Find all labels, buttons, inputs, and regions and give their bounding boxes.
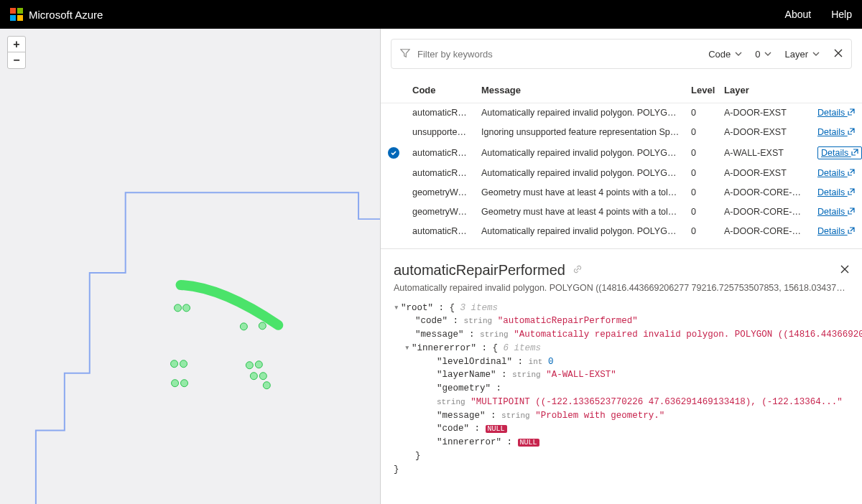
details-link[interactable]: Details: [817, 187, 855, 197]
table-row[interactable]: automaticRepair...Automatically repaired…: [381, 164, 862, 183]
svg-point-7: [259, 322, 266, 330]
about-link[interactable]: About: [785, 9, 812, 20]
cell-message: Ignoring unsupported feature representat…: [476, 123, 685, 142]
cell-code: automaticRepair...: [407, 103, 476, 123]
cell-layer: A-DOOR-EXST: [718, 123, 812, 142]
top-bar: Microsoft Azure About Help: [0, 0, 862, 29]
map-pane[interactable]: + −: [0, 29, 381, 504]
details-link[interactable]: Details: [817, 226, 855, 236]
cell-level: 0: [685, 142, 718, 164]
detail-subtitle: Automatically repaired invalid polygon. …: [394, 283, 849, 293]
svg-point-16: [263, 382, 270, 389]
cell-level: 0: [685, 183, 718, 202]
svg-rect-3: [17, 15, 23, 21]
svg-point-11: [255, 361, 262, 368]
cell-message: Automatically repaired invalid polygon. …: [476, 103, 685, 123]
svg-point-10: [246, 362, 253, 369]
side-pane: Code 0 Layer Code: [381, 29, 862, 504]
cell-code: automaticRepair...: [407, 222, 476, 241]
table-row[interactable]: unsupportedFeat...Ignoring unsupported f…: [381, 123, 862, 142]
cell-code: unsupportedFeat...: [407, 123, 476, 142]
svg-point-4: [175, 304, 182, 312]
issues-table: Code Message Level Layer automaticRepair…: [381, 78, 862, 241]
map-canvas[interactable]: [0, 29, 380, 504]
chevron-down-icon: [812, 50, 820, 57]
workspace: + − Code: [0, 29, 862, 504]
cell-layer: A-DOOR-CORE-EXST: [718, 202, 812, 222]
table-row[interactable]: automaticRepair...Automatically repaired…: [381, 222, 862, 241]
detail-panel: automaticRepairPerformed Automatically r…: [381, 248, 862, 505]
svg-point-13: [181, 380, 188, 387]
cell-code: automaticRepair...: [407, 164, 476, 183]
repair-points: [171, 304, 271, 389]
filter-level-label: 0: [755, 49, 760, 60]
details-link[interactable]: Details: [817, 168, 855, 178]
filter-icon: [400, 48, 410, 60]
copy-link-icon[interactable]: [573, 264, 583, 276]
svg-rect-1: [17, 8, 23, 14]
selected-indicator-icon: [388, 147, 399, 159]
svg-point-12: [172, 380, 179, 387]
details-link[interactable]: Details: [817, 146, 862, 159]
col-code[interactable]: Code: [407, 78, 476, 103]
brand: Microsoft Azure: [10, 8, 103, 21]
col-layer[interactable]: Layer: [718, 78, 812, 103]
filter-layer-dropdown[interactable]: Layer: [782, 49, 822, 60]
table-row[interactable]: automaticRepair...Automatically repaired…: [381, 103, 862, 123]
cell-layer: A-DOOR-CORE-EXST: [718, 222, 812, 241]
cell-code: automaticRepair...: [407, 142, 476, 164]
svg-point-15: [259, 373, 267, 380]
svg-point-6: [240, 323, 247, 330]
filter-input[interactable]: [417, 49, 698, 60]
cell-level: 0: [685, 164, 718, 183]
col-message[interactable]: Message: [476, 78, 685, 103]
details-link[interactable]: Details: [817, 108, 855, 118]
svg-point-5: [183, 304, 190, 312]
cell-message: Automatically repaired invalid polygon. …: [476, 164, 685, 183]
repair-arc: [181, 285, 279, 325]
table-row[interactable]: geometryWarningGeometry must have at lea…: [381, 202, 862, 222]
detail-title: automaticRepairPerformed: [394, 262, 565, 279]
json-tree[interactable]: ▾"root" : { 3 items "code" : string "aut…: [394, 302, 849, 477]
details-link[interactable]: Details: [817, 127, 855, 137]
filter-code-label: Code: [708, 49, 731, 60]
filter-level-dropdown[interactable]: 0: [752, 49, 774, 60]
svg-point-14: [250, 373, 257, 380]
cell-message: Automatically repaired invalid polygon. …: [476, 222, 685, 241]
cell-level: 0: [685, 123, 718, 142]
filter-layer-label: Layer: [784, 49, 808, 60]
filter-code-dropdown[interactable]: Code: [705, 49, 745, 60]
cell-message: Geometry must have at least 4 points wit…: [476, 183, 685, 202]
cell-code: geometryWarning: [407, 202, 476, 222]
col-level[interactable]: Level: [685, 78, 718, 103]
cell-code: geometryWarning: [407, 183, 476, 202]
cell-layer: A-DOOR-CORE-EXST: [718, 183, 812, 202]
cell-level: 0: [685, 103, 718, 123]
svg-point-8: [171, 360, 178, 368]
chevron-down-icon: [735, 50, 742, 57]
svg-point-9: [180, 360, 187, 368]
brand-text: Microsoft Azure: [29, 9, 103, 21]
table-row[interactable]: automaticRepair...Automatically repaired…: [381, 142, 862, 164]
help-link[interactable]: Help: [831, 9, 852, 20]
cell-layer: A-DOOR-EXST: [718, 103, 812, 123]
cell-layer: A-WALL-EXST: [718, 142, 812, 164]
chevron-down-icon: [764, 50, 771, 57]
cell-layer: A-DOOR-EXST: [718, 164, 812, 183]
svg-rect-0: [10, 8, 16, 14]
polygon-outline: [36, 192, 380, 504]
zoom-out-button[interactable]: −: [8, 52, 25, 68]
zoom-control: + −: [7, 36, 26, 69]
detail-close-button[interactable]: [836, 265, 849, 276]
azure-logo-icon: [10, 8, 23, 21]
filter-bar: Code 0 Layer: [391, 39, 852, 69]
zoom-in-button[interactable]: +: [8, 37, 25, 52]
cell-level: 0: [685, 222, 718, 241]
details-link[interactable]: Details: [817, 207, 855, 217]
table-row[interactable]: geometryWarningGeometry must have at lea…: [381, 183, 862, 202]
filter-close-button[interactable]: [830, 49, 843, 60]
cell-message: Automatically repaired invalid polygon. …: [476, 142, 685, 164]
svg-rect-2: [10, 15, 16, 21]
cell-level: 0: [685, 202, 718, 222]
cell-message: Geometry must have at least 4 points wit…: [476, 202, 685, 222]
